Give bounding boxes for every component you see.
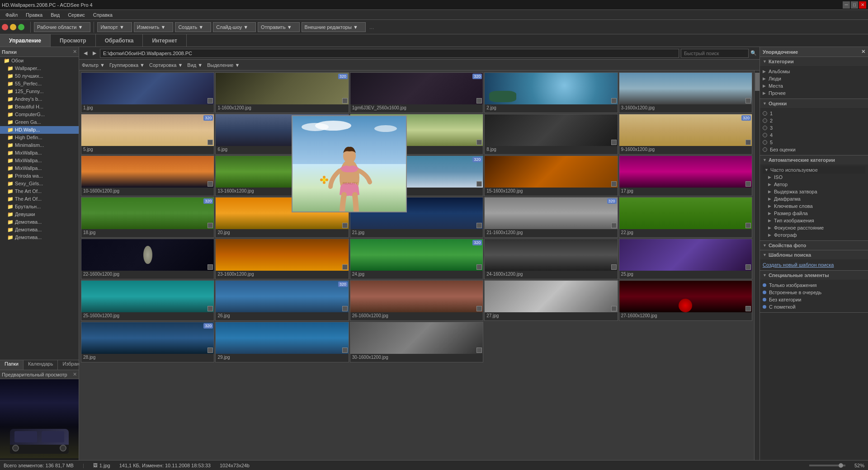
tab-view[interactable]: Просмотр	[51, 34, 96, 47]
menu-help[interactable]: Справка	[90, 11, 116, 19]
cat-lyudi[interactable]: ▶ Люди	[763, 75, 865, 82]
folder-mixwallpa2[interactable]: 📁 MixWallpa...	[0, 157, 79, 164]
photo-props-header[interactable]: Свойства фото	[760, 241, 868, 250]
rating-5[interactable]: 5	[763, 139, 865, 146]
grid-item[interactable]: 8.jpg	[484, 114, 618, 155]
zoom-slider[interactable]	[809, 465, 845, 466]
grid-item[interactable]: 320 28.jpg	[81, 322, 214, 362]
zoom-handle[interactable]	[839, 463, 843, 468]
freq-photographer[interactable]: ▶ Фотограф	[768, 231, 865, 239]
select-check[interactable]	[745, 140, 751, 145]
tab-folders[interactable]: Папки	[0, 360, 24, 370]
grid-item[interactable]: 320 9-1600x1200.jpg	[619, 114, 752, 155]
select-check[interactable]	[745, 223, 751, 228]
tab-internet[interactable]: Интернет	[143, 34, 186, 47]
search-templates-header[interactable]: Шаблоны поиска	[760, 250, 868, 259]
grid-item[interactable]: 1.jpg	[81, 72, 214, 113]
grid-item[interactable]: 29.jpg	[215, 322, 349, 362]
rating-radio[interactable]	[763, 118, 767, 123]
select-check[interactable]	[208, 306, 213, 311]
modify-dropdown[interactable]: Изменить ▼	[134, 22, 174, 32]
grid-item[interactable]: 17.jpg	[619, 155, 752, 196]
select-check[interactable]	[342, 264, 348, 270]
select-check[interactable]	[208, 348, 213, 353]
circle-yellow[interactable]	[10, 24, 16, 30]
create-search-template-link[interactable]: Создать новый шаблон поиска	[763, 261, 865, 268]
workspace-dropdown[interactable]: Рабочие области ▼	[34, 22, 90, 32]
folder-priroda[interactable]: 📁 Priroda wa...	[0, 172, 79, 180]
tab-calendar[interactable]: Календарь	[24, 360, 58, 370]
folder-demotiva2[interactable]: 📁 Демотива...	[0, 226, 79, 234]
group-dropdown[interactable]: Группировка ▼	[109, 62, 145, 68]
grid-item[interactable]: 320 18.jpg	[81, 197, 214, 238]
grid-item[interactable]: 25.jpg	[619, 239, 752, 279]
freq-imgtype[interactable]: ▶ Тип изображения	[768, 217, 865, 224]
folder-highdef[interactable]: 📁 High Defin...	[0, 134, 79, 141]
folder-oboi[interactable]: 📁 Обои	[0, 57, 79, 65]
grid-item[interactable]: 30-1600x1200.jpg	[350, 322, 483, 362]
rating-radio[interactable]	[763, 140, 767, 145]
grid-item[interactable]: 26-1600x1200.jpg	[350, 280, 483, 321]
menu-file[interactable]: Файл	[2, 11, 21, 19]
folder-andrey[interactable]: 📁 Andrey's b...	[0, 95, 79, 103]
menu-edit[interactable]: Правка	[22, 11, 46, 19]
nav-back[interactable]: ◀	[82, 50, 89, 56]
folder-125[interactable]: 📁 125_Funny...	[0, 88, 79, 95]
grid-item[interactable]: 2.jpg	[484, 72, 618, 113]
search-input[interactable]	[681, 49, 749, 58]
sort-dropdown[interactable]: Сортировка ▼	[149, 62, 183, 68]
folder-beautiful[interactable]: 📁 Beautiful H...	[0, 103, 79, 111]
menu-service[interactable]: Сервис	[64, 11, 89, 19]
circle-red[interactable]	[2, 24, 8, 30]
freq-focal[interactable]: ▶ Фокусное расстояние	[768, 224, 865, 231]
grid-item[interactable]: 25-1600x1200.jpg	[81, 280, 214, 321]
cat-albomy[interactable]: ▶ Альбомы	[763, 68, 865, 75]
folder-greeng[interactable]: 📁 Green Ga...	[0, 118, 79, 126]
view-dropdown[interactable]: Вид ▼	[187, 62, 203, 68]
grid-item[interactable]: 27-1600x1200.jpg	[619, 280, 752, 321]
folder-sexy[interactable]: 📁 Sexy_Girls...	[0, 180, 79, 188]
select-check[interactable]	[745, 181, 751, 187]
folder-demotiva3[interactable]: 📁 Демотива...	[0, 234, 79, 241]
ratings-header[interactable]: Оценки	[760, 99, 868, 108]
freq-author[interactable]: ▶ Автор	[768, 181, 865, 188]
select-check[interactable]	[208, 140, 213, 145]
select-check[interactable]	[611, 181, 617, 187]
cat-prochee[interactable]: ▶ Прочее	[763, 89, 865, 97]
grid-item[interactable]: 27.jpg	[484, 280, 618, 321]
grid-scrollbar[interactable]	[754, 70, 760, 460]
cat-mesta[interactable]: ▶ Места	[763, 82, 865, 89]
rating-4[interactable]: 4	[763, 132, 865, 139]
select-check[interactable]	[745, 264, 751, 270]
grid-item[interactable]: 320 1gm6J3EV_2560x1600.jpg	[350, 72, 483, 113]
grid-item[interactable]: 22.jpg	[619, 197, 752, 238]
freq-aperture[interactable]: ▶ Диафрагма	[768, 195, 865, 202]
tab-process[interactable]: Обработка	[96, 34, 143, 47]
rating-radio[interactable]	[763, 133, 767, 137]
select-check[interactable]	[611, 140, 617, 145]
folder-mixwallpa1[interactable]: 📁 MixWallpa...	[0, 149, 79, 157]
folder-artof2[interactable]: 📁 The Art Of...	[0, 195, 79, 203]
select-check[interactable]	[208, 264, 213, 270]
external-editors-dropdown[interactable]: Внешние редакторы ▼	[302, 22, 366, 32]
more-tools[interactable]: …	[368, 24, 376, 30]
grid-item[interactable]: 10-1600x1200.jpg	[81, 155, 214, 196]
freq-used-header[interactable]: Часто используемое	[763, 166, 865, 174]
select-check[interactable]	[208, 98, 213, 103]
select-check[interactable]	[611, 223, 617, 228]
filter-dropdown[interactable]: Фильтр ▼	[82, 62, 105, 68]
select-check[interactable]	[476, 306, 482, 311]
grid-item[interactable]: 320 5.jpg	[81, 114, 214, 155]
rating-2[interactable]: 2	[763, 117, 865, 124]
folder-artof1[interactable]: 📁 The Art Of...	[0, 188, 79, 195]
categories-header[interactable]: Категории	[760, 57, 868, 66]
special-no-category[interactable]: Без категории	[763, 296, 865, 303]
folder-50[interactable]: 📁 50 лучших...	[0, 72, 79, 80]
select-check[interactable]	[611, 98, 617, 103]
slideshow-dropdown[interactable]: Слайд-шоу ▼	[213, 22, 256, 32]
rating-radio[interactable]	[763, 126, 767, 130]
select-check[interactable]	[611, 306, 617, 311]
path-input[interactable]	[100, 49, 679, 58]
select-dropdown[interactable]: Выделение ▼	[207, 62, 240, 68]
send-dropdown[interactable]: Отправить ▼	[258, 22, 300, 32]
